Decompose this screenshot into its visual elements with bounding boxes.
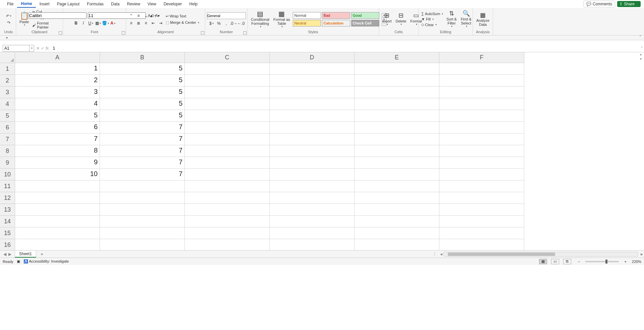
clear-button[interactable]: ◇Clear▾ bbox=[421, 22, 444, 27]
hscroll-left[interactable]: ◀ bbox=[439, 253, 443, 256]
cell-B8[interactable]: 7 bbox=[100, 145, 185, 157]
percent-format-icon[interactable]: % bbox=[216, 20, 222, 26]
cell-C16[interactable] bbox=[185, 239, 270, 250]
align-right-icon[interactable]: ≡ bbox=[143, 20, 149, 26]
cell-E1[interactable] bbox=[355, 63, 439, 75]
font-dialog-launcher[interactable] bbox=[122, 31, 125, 35]
cell-F2[interactable] bbox=[439, 75, 524, 87]
macro-record-icon[interactable]: ▣ bbox=[17, 259, 20, 264]
accounting-format-icon[interactable]: $▾ bbox=[209, 20, 215, 26]
align-bottom-icon[interactable]: ⌄ bbox=[143, 13, 149, 19]
cell-A15[interactable] bbox=[15, 227, 100, 239]
hscroll-thumb[interactable] bbox=[448, 253, 555, 256]
tab-page-layout[interactable]: Page Layout bbox=[53, 1, 83, 7]
zoom-slider[interactable] bbox=[585, 261, 619, 262]
font-name-select[interactable] bbox=[29, 12, 87, 19]
row-header-14[interactable]: 14 bbox=[0, 216, 15, 227]
increase-decimal-icon[interactable]: .0→ bbox=[231, 20, 237, 26]
cell-A10[interactable]: 10 bbox=[15, 169, 100, 180]
collapse-ribbon-icon[interactable]: ˅ bbox=[639, 35, 641, 40]
cell-A7[interactable]: 7 bbox=[15, 133, 100, 145]
enter-formula-icon[interactable]: ✓ bbox=[41, 46, 44, 51]
horizontal-scrollbar[interactable] bbox=[443, 252, 638, 257]
row-header-7[interactable]: 7 bbox=[0, 133, 15, 145]
select-all-button[interactable] bbox=[0, 52, 15, 63]
cell-C5[interactable] bbox=[185, 110, 270, 122]
cell-D11[interactable] bbox=[270, 180, 355, 192]
cell-D13[interactable] bbox=[270, 204, 355, 216]
cell-F9[interactable] bbox=[439, 157, 524, 169]
redo-button[interactable]: ↷ bbox=[6, 20, 12, 26]
sheet-tab-1[interactable]: Sheet1 bbox=[15, 251, 36, 258]
borders-button[interactable]: ▦▾ bbox=[95, 20, 101, 26]
style-calculation[interactable]: Calculation bbox=[322, 20, 350, 26]
fill-button[interactable]: ▼Fill▾ bbox=[421, 17, 444, 21]
cell-C14[interactable] bbox=[185, 216, 270, 227]
style-bad[interactable]: Bad bbox=[322, 12, 350, 19]
cell-B7[interactable]: 7 bbox=[100, 133, 185, 145]
cell-E7[interactable] bbox=[355, 133, 439, 145]
cell-F8[interactable] bbox=[439, 145, 524, 157]
cell-E11[interactable] bbox=[355, 180, 439, 192]
row-header-8[interactable]: 8 bbox=[0, 145, 15, 157]
formula-bar[interactable] bbox=[51, 45, 639, 52]
cell-B5[interactable]: 5 bbox=[100, 110, 185, 122]
cell-F6[interactable] bbox=[439, 122, 524, 133]
row-header-1[interactable]: 1 bbox=[0, 63, 15, 75]
normal-view-icon[interactable]: ▦ bbox=[539, 259, 547, 264]
cell-A2[interactable]: 2 bbox=[15, 75, 100, 87]
alignment-dialog-launcher[interactable] bbox=[201, 31, 204, 35]
autosum-button[interactable]: ∑AutoSum▾ bbox=[421, 11, 444, 16]
bold-button[interactable]: B bbox=[73, 20, 79, 26]
cell-D5[interactable] bbox=[270, 110, 355, 122]
cell-B16[interactable] bbox=[100, 239, 185, 250]
sheet-nav-next[interactable]: ▶ bbox=[8, 252, 11, 257]
cell-F13[interactable] bbox=[439, 204, 524, 216]
hscroll-right[interactable]: ▶ bbox=[639, 253, 644, 256]
cell-C2[interactable] bbox=[185, 75, 270, 87]
cell-E10[interactable] bbox=[355, 169, 439, 180]
cell-E8[interactable] bbox=[355, 145, 439, 157]
cell-E9[interactable] bbox=[355, 157, 439, 169]
row-header-5[interactable]: 5 bbox=[0, 110, 15, 122]
cell-C15[interactable] bbox=[185, 227, 270, 239]
style-good[interactable]: Good bbox=[351, 12, 379, 19]
wrap-text-button[interactable]: ↩Wrap Text bbox=[165, 14, 200, 19]
cell-E6[interactable] bbox=[355, 122, 439, 133]
cell-B3[interactable]: 5 bbox=[100, 87, 185, 98]
page-layout-view-icon[interactable]: ▭ bbox=[551, 259, 559, 264]
fx-icon[interactable]: fx bbox=[46, 46, 49, 51]
orientation-icon[interactable]: ⟲▾ bbox=[150, 13, 156, 19]
cell-F5[interactable] bbox=[439, 110, 524, 122]
cancel-formula-icon[interactable]: ✕ bbox=[36, 46, 40, 51]
cell-C7[interactable] bbox=[185, 133, 270, 145]
column-header-F[interactable]: F bbox=[439, 52, 524, 63]
align-left-icon[interactable]: ≡ bbox=[128, 20, 134, 26]
row-header-6[interactable]: 6 bbox=[0, 122, 15, 133]
cell-A6[interactable]: 6 bbox=[15, 122, 100, 133]
expand-formula-bar-icon[interactable]: ˅ bbox=[639, 46, 644, 50]
delete-cells-button[interactable]: ⊟Delete▾ bbox=[394, 12, 408, 27]
cell-F16[interactable] bbox=[439, 239, 524, 250]
sheet-nav-prev[interactable]: ◀ bbox=[3, 252, 6, 257]
zoom-in-icon[interactable]: + bbox=[624, 260, 626, 264]
row-header-16[interactable]: 16 bbox=[0, 239, 15, 250]
cell-B13[interactable] bbox=[100, 204, 185, 216]
undo-button[interactable]: ↶▾ bbox=[6, 13, 12, 19]
cell-A16[interactable] bbox=[15, 239, 100, 250]
scroll-down-icon[interactable]: ▾ bbox=[638, 57, 643, 62]
sort-filter-button[interactable]: ⇅Sort & Filter▾ bbox=[445, 10, 458, 29]
share-button[interactable]: ⇪ Share ▾ bbox=[617, 1, 641, 7]
underline-button[interactable]: U▾ bbox=[88, 20, 94, 26]
font-color-button[interactable]: A▾ bbox=[110, 20, 116, 26]
cell-C11[interactable] bbox=[185, 180, 270, 192]
cell-C3[interactable] bbox=[185, 87, 270, 98]
column-header-D[interactable]: D bbox=[270, 52, 355, 63]
cell-C9[interactable] bbox=[185, 157, 270, 169]
cell-C6[interactable] bbox=[185, 122, 270, 133]
cell-D6[interactable] bbox=[270, 122, 355, 133]
cell-B2[interactable]: 5 bbox=[100, 75, 185, 87]
add-sheet-button[interactable]: ＋ bbox=[36, 251, 48, 257]
conditional-formatting-button[interactable]: ▤ Conditional Formatting▾ bbox=[250, 9, 271, 29]
align-center-icon[interactable]: ≣ bbox=[136, 20, 142, 26]
